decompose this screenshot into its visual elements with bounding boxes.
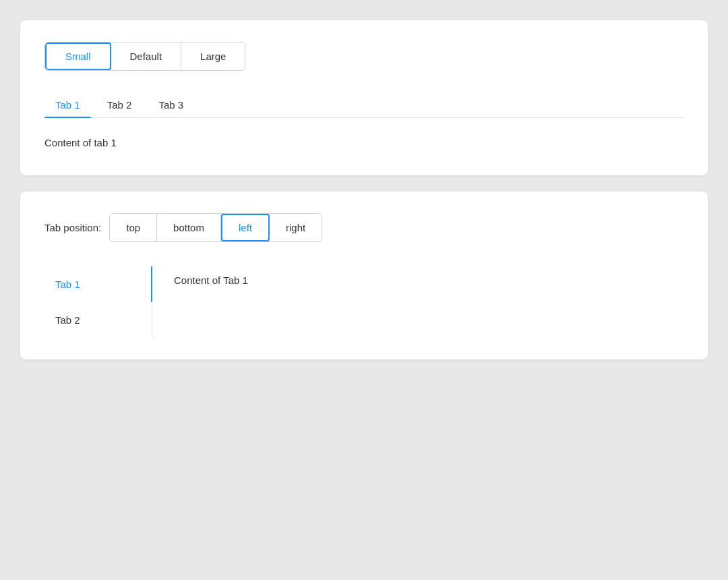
pos-right-button[interactable]: right: [270, 214, 322, 241]
left-tabs-nav: Tab 1 Tab 2: [44, 266, 152, 338]
pos-top-button[interactable]: top: [110, 214, 157, 241]
size-selector: Small Default Large: [44, 42, 245, 71]
pos-bottom-button[interactable]: bottom: [157, 214, 221, 241]
size-default-button[interactable]: Default: [111, 42, 182, 70]
tab-2[interactable]: Tab 2: [96, 92, 143, 117]
card-1: Small Default Large Tab 1 Tab 2 Tab 3 Co…: [20, 20, 708, 175]
size-small-button[interactable]: Small: [45, 42, 111, 70]
position-row: Tab position: top bottom left right: [44, 213, 684, 242]
pos-left-button[interactable]: left: [221, 214, 270, 241]
position-selector: top bottom left right: [109, 213, 322, 242]
size-large-button[interactable]: Large: [181, 42, 245, 70]
tab-content: Content of tab 1: [44, 132, 684, 154]
tab-1[interactable]: Tab 1: [44, 92, 91, 117]
left-tab-2[interactable]: Tab 2: [44, 302, 152, 338]
left-tabs-container: Tab 1 Tab 2 Content of Tab 1: [44, 266, 684, 338]
left-tab-content: Content of Tab 1: [152, 266, 684, 338]
tab-3[interactable]: Tab 3: [148, 92, 194, 117]
card-2: Tab position: top bottom left right Tab …: [20, 192, 708, 359]
tabs-header: Tab 1 Tab 2 Tab 3: [44, 92, 684, 118]
left-tab-1[interactable]: Tab 1: [44, 266, 152, 302]
position-label: Tab position:: [44, 222, 101, 233]
